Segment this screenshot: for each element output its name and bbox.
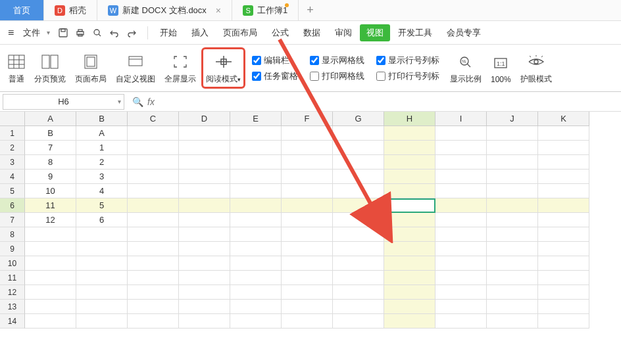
cell-H4[interactable] (384, 170, 435, 184)
row-header-1[interactable]: 1 (0, 126, 25, 141)
menu-8[interactable]: 会员专享 (440, 24, 487, 41)
row-header-2[interactable]: 2 (0, 141, 25, 155)
row-header-3[interactable]: 3 (0, 155, 25, 170)
cell-K14[interactable] (538, 314, 589, 329)
cell-A5[interactable]: 10 (25, 184, 76, 198)
tab-sheet[interactable]: S 工作簿1 (232, 0, 299, 20)
view-page-preview-button[interactable]: 分页预览 (30, 47, 70, 89)
check-task-pane[interactable]: 任务窗格 (252, 70, 298, 82)
cell-I9[interactable] (435, 242, 487, 256)
check-print-grid-box[interactable] (310, 72, 319, 81)
save-icon[interactable] (57, 26, 70, 39)
cell-H9[interactable] (384, 242, 435, 256)
redo-icon[interactable] (125, 26, 138, 39)
cell-H10[interactable] (384, 256, 435, 271)
cell-K2[interactable] (538, 141, 589, 155)
cell-H3[interactable] (384, 155, 435, 170)
menu-2[interactable]: 页面布局 (216, 24, 264, 41)
cell-J14[interactable] (487, 314, 538, 329)
cell-I11[interactable] (435, 271, 487, 285)
cell-B2[interactable]: 1 (76, 141, 128, 155)
cell-B3[interactable]: 2 (76, 155, 128, 170)
cell-F8[interactable] (282, 227, 333, 242)
row-header-8[interactable]: 8 (0, 227, 25, 242)
cell-G14[interactable] (333, 314, 384, 329)
close-icon[interactable]: × (216, 5, 221, 16)
view-page-layout-button[interactable]: 页面布局 (71, 47, 111, 89)
name-box[interactable]: H6 ▾ (3, 94, 124, 110)
cell-H12[interactable] (384, 285, 435, 300)
cell-E8[interactable] (230, 227, 282, 242)
cell-I1[interactable] (435, 126, 487, 141)
cell-E3[interactable] (230, 155, 282, 170)
cell-B1[interactable]: A (76, 126, 128, 141)
cell-H8[interactable] (384, 227, 435, 242)
cell-J13[interactable] (487, 300, 538, 314)
col-header-F[interactable]: F (282, 112, 333, 126)
cell-F12[interactable] (282, 285, 333, 300)
cell-D6[interactable] (179, 198, 230, 213)
cell-E13[interactable] (230, 300, 282, 314)
cell-F3[interactable] (282, 155, 333, 170)
cell-C11[interactable] (128, 271, 179, 285)
cell-F9[interactable] (282, 242, 333, 256)
zoom-100-button[interactable]: 1:1 100% (487, 47, 515, 89)
cell-H7[interactable] (384, 213, 435, 227)
check-print-headers-box[interactable] (376, 72, 385, 81)
cell-E4[interactable] (230, 170, 282, 184)
cell-G2[interactable] (333, 141, 384, 155)
cell-B5[interactable]: 4 (76, 184, 128, 198)
row-header-4[interactable]: 4 (0, 170, 25, 184)
cell-D2[interactable] (179, 141, 230, 155)
menu-4[interactable]: 数据 (297, 24, 327, 41)
check-task-pane-box[interactable] (252, 72, 261, 81)
cell-E12[interactable] (230, 285, 282, 300)
view-custom-button[interactable]: 自定义视图 (112, 47, 159, 89)
check-show-headers[interactable]: 显示行号列标 (376, 55, 439, 66)
cell-B13[interactable] (76, 300, 128, 314)
cell-K6[interactable] (538, 198, 589, 213)
cell-K1[interactable] (538, 126, 589, 141)
cell-D10[interactable] (179, 256, 230, 271)
menu-1[interactable]: 插入 (185, 24, 215, 41)
cell-I5[interactable] (435, 184, 487, 198)
cell-J7[interactable] (487, 213, 538, 227)
cell-C1[interactable] (128, 126, 179, 141)
print-icon[interactable] (74, 26, 87, 39)
cell-I10[interactable] (435, 256, 487, 271)
cell-K9[interactable] (538, 242, 589, 256)
cell-E11[interactable] (230, 271, 282, 285)
check-show-headers-box[interactable] (376, 56, 385, 65)
cell-A9[interactable] (25, 242, 76, 256)
cell-D12[interactable] (179, 285, 230, 300)
print-preview-icon[interactable] (91, 26, 104, 39)
cell-F7[interactable] (282, 213, 333, 227)
cell-F6[interactable] (282, 198, 333, 213)
cell-K12[interactable] (538, 285, 589, 300)
cell-E6[interactable] (230, 198, 282, 213)
col-header-H[interactable]: H (384, 112, 435, 126)
menu-5[interactable]: 审阅 (328, 24, 359, 41)
cell-C2[interactable] (128, 141, 179, 155)
cell-I7[interactable] (435, 213, 487, 227)
menu-0[interactable]: 开始 (153, 24, 184, 41)
cell-B11[interactable] (76, 271, 128, 285)
cell-K4[interactable] (538, 170, 589, 184)
cell-C10[interactable] (128, 256, 179, 271)
zoom-ratio-button[interactable]: % 显示比例 (446, 47, 485, 89)
check-edit-bar-box[interactable] (252, 56, 261, 65)
cell-G13[interactable] (333, 300, 384, 314)
cell-A2[interactable]: 7 (25, 141, 76, 155)
cell-C12[interactable] (128, 285, 179, 300)
cell-F5[interactable] (282, 184, 333, 198)
col-header-E[interactable]: E (230, 112, 282, 126)
cell-C3[interactable] (128, 155, 179, 170)
cell-G12[interactable] (333, 285, 384, 300)
cell-K11[interactable] (538, 271, 589, 285)
check-print-grid[interactable]: 打印网格线 (310, 70, 364, 82)
col-header-C[interactable]: C (128, 112, 179, 126)
cell-D3[interactable] (179, 155, 230, 170)
cell-E9[interactable] (230, 242, 282, 256)
cell-K13[interactable] (538, 300, 589, 314)
cell-K3[interactable] (538, 155, 589, 170)
